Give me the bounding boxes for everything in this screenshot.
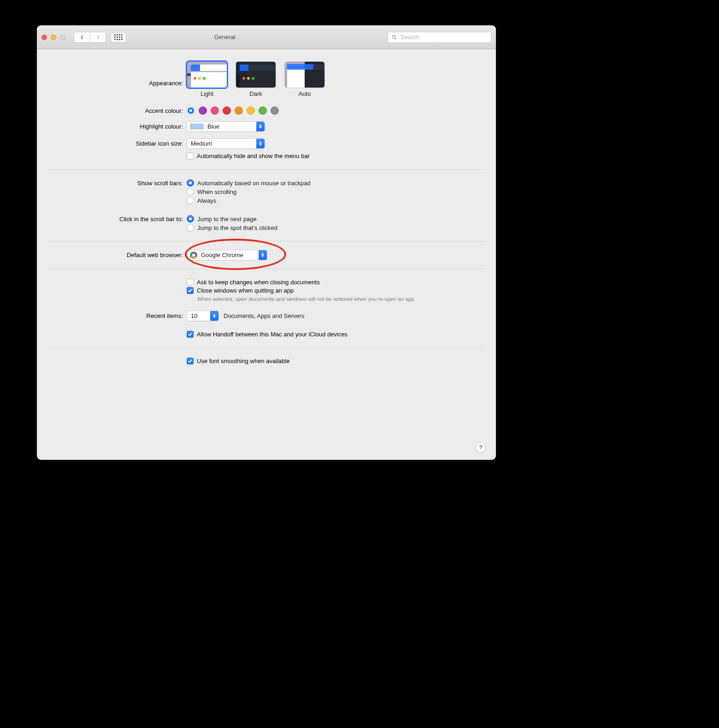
content: Appearance: Light Dark Auto (37, 49, 496, 371)
highlight-colour-swatch (190, 123, 204, 129)
show-scroll-bars-label: Show scroll bars: (37, 178, 187, 187)
recent-items-dropdown[interactable]: 10 (187, 311, 219, 321)
search-field[interactable] (388, 32, 491, 43)
accent-colour-swatches (187, 106, 482, 115)
accent-swatch[interactable] (259, 106, 267, 115)
dropdown-arrows-icon (256, 122, 265, 131)
search-input[interactable] (400, 33, 487, 41)
accent-swatch[interactable] (187, 106, 195, 115)
svg-line-1 (395, 38, 396, 39)
default-browser-value: Google Chrome (197, 252, 247, 258)
sidebar-icon-size-label: Sidebar icon size: (37, 138, 187, 147)
dropdown-arrows-icon (256, 139, 265, 148)
default-browser-label: Default web browser: (37, 250, 187, 258)
zoom-window-button (60, 35, 65, 40)
close-windows-note: When selected, open documents and window… (197, 296, 428, 303)
click-scroll-bar-spot-clicked[interactable]: Jump to the spot that’s clicked (187, 224, 482, 231)
auto-hide-menubar-checkbox[interactable]: Automatically hide and show the menu bar (187, 153, 482, 159)
accent-swatch[interactable] (223, 106, 231, 115)
highlight-colour-value: Blue (204, 123, 223, 130)
recent-items-suffix: Documents, Apps and Servers (224, 312, 305, 319)
accent-swatch[interactable] (247, 106, 255, 115)
close-windows-label: Close windows when quitting an app (197, 287, 294, 294)
close-window-button[interactable] (41, 35, 47, 40)
appearance-option-label: Auto (284, 90, 325, 97)
highlight-colour-label: Highlight colour: (37, 121, 187, 130)
appearance-tiles: Light Dark Auto (187, 61, 482, 97)
accent-swatch[interactable] (211, 106, 219, 115)
accent-swatch[interactable] (235, 106, 243, 115)
appearance-option-light[interactable]: Light (187, 61, 227, 97)
auto-hide-menubar-label: Automatically hide and show the menu bar (197, 153, 310, 159)
ask-keep-changes-checkbox[interactable]: Ask to keep changes when closing documen… (187, 279, 482, 286)
appearance-label: Appearance: (37, 61, 187, 87)
traffic-lights (41, 35, 65, 40)
scroll-bars-option-whenscrolling[interactable]: When scrolling (187, 188, 482, 195)
dropdown-arrows-icon (210, 311, 218, 321)
accent-colour-label: Accent colour: (37, 106, 187, 114)
handoff-checkbox[interactable]: Allow Handoff between this Mac and your … (187, 331, 482, 338)
appearance-option-auto[interactable]: Auto (284, 61, 325, 97)
appearance-option-label: Dark (236, 90, 276, 97)
font-smoothing-checkbox[interactable]: Use font smoothing when available (187, 358, 482, 364)
recent-items-label: Recent items: (37, 311, 187, 319)
sidebar-icon-size-value: Medium (187, 140, 216, 147)
appearance-option-dark[interactable]: Dark (236, 61, 276, 97)
sidebar-icon-size-dropdown[interactable]: Medium (187, 138, 265, 149)
minimize-window-button[interactable] (51, 35, 56, 40)
handoff-label: Allow Handoff between this Mac and your … (197, 331, 348, 338)
scroll-bars-option-auto[interactable]: Automatically based on mouse or trackpad (187, 179, 482, 187)
svg-point-0 (392, 35, 395, 38)
ask-keep-changes-label: Ask to keep changes when closing documen… (197, 279, 320, 286)
highlight-colour-dropdown[interactable]: Blue (187, 121, 265, 132)
dropdown-arrows-icon (259, 250, 267, 260)
scroll-bars-option-always[interactable]: Always (187, 197, 482, 204)
appearance-option-label: Light (187, 90, 227, 97)
preferences-window: General Appearance: Light Dark (37, 25, 496, 460)
help-button[interactable]: ? (476, 442, 486, 452)
chrome-icon (190, 252, 197, 259)
titlebar: General (37, 25, 496, 49)
click-scroll-bar-label: Click in the scroll bar to: (37, 214, 187, 223)
accent-swatch[interactable] (271, 106, 279, 115)
default-browser-dropdown[interactable]: Google Chrome (187, 250, 267, 260)
close-windows-checkbox[interactable]: Close windows when quitting an app (187, 287, 482, 294)
window-title: General (66, 34, 383, 41)
search-icon (392, 35, 397, 40)
recent-items-value: 10 (187, 312, 201, 319)
accent-swatch[interactable] (199, 106, 207, 115)
click-scroll-bar-next-page[interactable]: Jump to the next page (187, 215, 482, 223)
font-smoothing-label: Use font smoothing when available (197, 358, 290, 364)
